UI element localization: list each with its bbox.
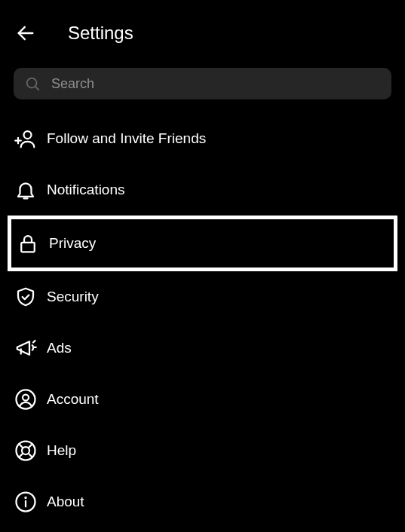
list-item-follow-invite: Follow and Invite Friends — [8, 113, 397, 164]
search-input[interactable] — [51, 76, 381, 92]
svg-point-10 — [23, 395, 29, 401]
item-label: Ads — [47, 340, 72, 356]
follow-invite-icon — [14, 127, 38, 151]
about-button[interactable]: About — [8, 476, 397, 527]
item-label: About — [47, 494, 84, 510]
list-item-about: About — [8, 476, 397, 527]
svg-point-3 — [24, 131, 32, 139]
bell-icon — [14, 178, 38, 202]
list-item-privacy: Privacy — [8, 216, 397, 271]
item-label: Follow and Invite Friends — [47, 130, 206, 147]
back-button[interactable] — [14, 21, 38, 45]
theme-button[interactable]: Theme — [8, 527, 397, 532]
item-label: Account — [47, 391, 99, 408]
svg-rect-6 — [21, 243, 35, 252]
list-item-help: Help — [8, 425, 397, 476]
svg-line-16 — [19, 454, 23, 457]
svg-line-14 — [29, 444, 32, 448]
account-circle-icon — [14, 387, 38, 411]
svg-line-13 — [19, 444, 23, 448]
page-title: Settings — [68, 23, 133, 44]
security-button[interactable]: Security — [8, 271, 397, 323]
search-bar[interactable] — [14, 68, 391, 99]
item-label: Notifications — [47, 182, 125, 198]
header: Settings — [0, 0, 405, 59]
search-container — [0, 59, 405, 110]
search-icon — [24, 75, 41, 92]
svg-line-7 — [33, 341, 35, 343]
item-label: Security — [47, 289, 99, 305]
svg-line-15 — [29, 454, 32, 457]
list-item-security: Security — [8, 271, 397, 323]
help-button[interactable]: Help — [8, 425, 397, 476]
item-label: Help — [47, 442, 76, 459]
svg-point-19 — [25, 497, 26, 498]
help-lifebuoy-icon — [14, 439, 38, 463]
settings-list: Follow and Invite Friends Notifications … — [0, 110, 405, 532]
megaphone-icon — [14, 336, 38, 360]
lock-icon — [16, 231, 40, 255]
svg-line-2 — [35, 87, 39, 90]
follow-invite-button[interactable]: Follow and Invite Friends — [8, 113, 397, 164]
back-arrow-icon — [15, 23, 36, 44]
notifications-button[interactable]: Notifications — [8, 164, 397, 216]
list-item-theme: Theme — [8, 527, 397, 532]
account-button[interactable]: Account — [8, 374, 397, 425]
item-label: Privacy — [49, 235, 96, 252]
list-item-account: Account — [8, 374, 397, 425]
ads-button[interactable]: Ads — [8, 323, 397, 374]
list-item-notifications: Notifications — [8, 164, 397, 216]
info-icon — [14, 490, 38, 514]
shield-check-icon — [14, 285, 38, 309]
list-item-ads: Ads — [8, 323, 397, 374]
privacy-button[interactable]: Privacy — [13, 221, 392, 266]
